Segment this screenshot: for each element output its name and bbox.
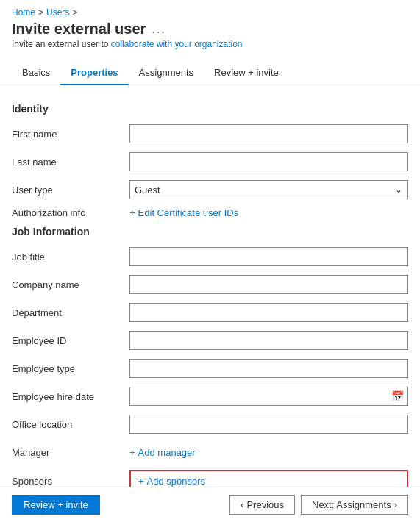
- department-input[interactable]: [129, 303, 408, 322]
- employee-hire-date-row: Employee hire date 📅: [12, 386, 408, 407]
- previous-button[interactable]: ‹ Previous: [229, 495, 295, 515]
- review-invite-button[interactable]: Review + invite: [12, 495, 100, 515]
- page-subtitle-link[interactable]: collaborate with your organization: [111, 39, 243, 49]
- add-sponsors-label: Add sponsors: [147, 476, 206, 487]
- user-type-select[interactable]: Guest Member: [129, 180, 408, 199]
- footer: Review + invite ‹ Previous Next: Assignm…: [0, 487, 420, 522]
- job-title-input[interactable]: [129, 247, 408, 266]
- add-sponsors-link[interactable]: + Add sponsors: [138, 476, 205, 487]
- breadcrumb-sep2: >: [72, 7, 77, 18]
- tab-review-invite[interactable]: Review + invite: [204, 61, 289, 85]
- employee-type-row: Employee type: [12, 358, 408, 379]
- page-title: Invite external user: [12, 21, 146, 37]
- first-name-label: First name: [12, 129, 129, 140]
- job-information-section-title: Job Information: [12, 226, 408, 237]
- page-subtitle: Invite an external user to collaborate w…: [12, 39, 408, 49]
- employee-type-label: Employee type: [12, 363, 129, 374]
- edit-certificate-link[interactable]: + Edit Certificate user IDs: [129, 207, 238, 218]
- user-type-row: User type Guest Member ⌄: [12, 179, 408, 200]
- employee-type-input[interactable]: [129, 359, 408, 378]
- employee-id-input[interactable]: [129, 331, 408, 350]
- employee-hire-date-wrapper: 📅: [129, 387, 408, 406]
- employee-id-label: Employee ID: [12, 335, 129, 346]
- next-button[interactable]: Next: Assignments ›: [301, 495, 408, 515]
- user-type-select-wrapper: Guest Member ⌄: [129, 180, 408, 199]
- footer-right: ‹ Previous Next: Assignments ›: [229, 495, 408, 515]
- previous-chevron-icon: ‹: [241, 499, 243, 510]
- add-manager-label: Add manager: [138, 447, 196, 458]
- user-type-label: User type: [12, 185, 129, 196]
- breadcrumb-users[interactable]: Users: [46, 7, 69, 18]
- tabs: Basics Properties Assignments Review + i…: [0, 61, 420, 85]
- job-title-label: Job title: [12, 251, 129, 262]
- office-location-row: Office location: [12, 414, 408, 435]
- office-location-label: Office location: [12, 419, 129, 430]
- manager-row: Manager + Add manager: [12, 442, 408, 462]
- tab-properties[interactable]: Properties: [60, 61, 128, 85]
- employee-hire-date-label: Employee hire date: [12, 391, 129, 402]
- plus-icon-sponsors: +: [138, 476, 144, 487]
- company-name-label: Company name: [12, 279, 129, 290]
- company-name-input[interactable]: [129, 275, 408, 294]
- content: Identity First name Last name User type …: [0, 85, 420, 522]
- next-chevron-icon: ›: [394, 499, 397, 510]
- tab-assignments[interactable]: Assignments: [129, 61, 204, 85]
- department-row: Department: [12, 302, 408, 323]
- first-name-input[interactable]: [129, 124, 408, 143]
- breadcrumb: Home > Users >: [0, 0, 420, 21]
- plus-icon-manager: +: [129, 447, 135, 458]
- department-label: Department: [12, 307, 129, 318]
- plus-icon: +: [129, 207, 135, 218]
- last-name-row: Last name: [12, 151, 408, 172]
- job-title-row: Job title: [12, 246, 408, 267]
- last-name-label: Last name: [12, 157, 129, 168]
- office-location-input[interactable]: [129, 415, 408, 434]
- last-name-input[interactable]: [129, 152, 408, 171]
- company-name-row: Company name: [12, 274, 408, 295]
- employee-hire-date-input[interactable]: [129, 387, 408, 406]
- sponsors-label: Sponsors: [12, 476, 129, 487]
- add-manager-link[interactable]: + Add manager: [129, 447, 196, 458]
- breadcrumb-home[interactable]: Home: [12, 7, 35, 18]
- page-title-menu-icon[interactable]: ...: [152, 23, 165, 36]
- first-name-row: First name: [12, 124, 408, 144]
- employee-id-row: Employee ID: [12, 330, 408, 351]
- breadcrumb-sep1: >: [38, 7, 43, 18]
- identity-section-title: Identity: [12, 103, 408, 115]
- authorization-info-row: Authorization info + Edit Certificate us…: [12, 207, 408, 218]
- authorization-info-label: Authorization info: [12, 207, 129, 218]
- manager-label: Manager: [12, 447, 129, 458]
- edit-certificate-label: Edit Certificate user IDs: [138, 207, 239, 218]
- page-header: Invite external user ... Invite an exter…: [0, 21, 420, 55]
- previous-label: Previous: [246, 499, 284, 510]
- tab-basics[interactable]: Basics: [12, 61, 60, 85]
- next-label: Next: Assignments: [312, 499, 391, 510]
